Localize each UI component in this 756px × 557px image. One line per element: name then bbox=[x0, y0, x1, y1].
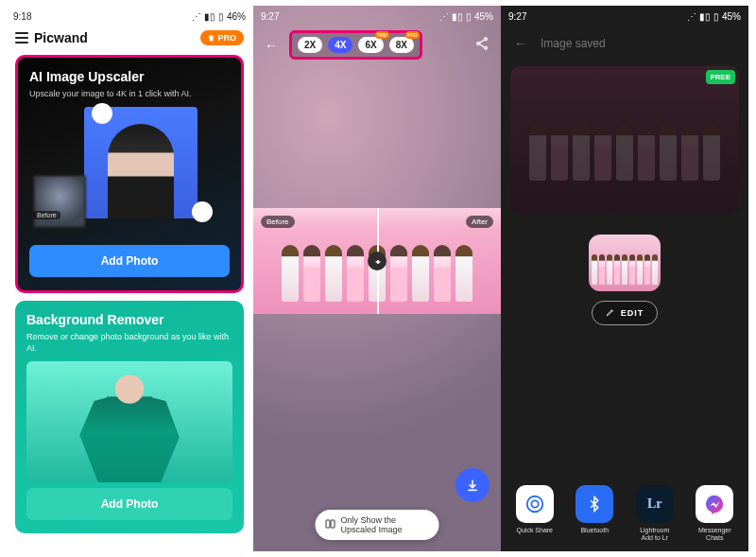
back-icon[interactable]: ← bbox=[261, 34, 282, 57]
page-title: Image saved bbox=[541, 37, 606, 50]
brand: Picwand bbox=[15, 30, 88, 45]
share-label: Quick Share bbox=[516, 527, 553, 534]
svg-rect-4 bbox=[331, 520, 335, 528]
pro-badge: PRO bbox=[375, 31, 389, 39]
battery-pct: 46% bbox=[227, 11, 246, 22]
compare-slider-handle[interactable]: ◂▸ bbox=[368, 252, 387, 270]
share-label: Messenger Chats bbox=[698, 527, 731, 542]
battery-icon: ▯ bbox=[713, 11, 719, 22]
svg-point-0 bbox=[485, 38, 488, 41]
saved-image bbox=[518, 99, 731, 181]
edit-button[interactable]: EDIT bbox=[592, 301, 659, 325]
edit-label: EDIT bbox=[621, 308, 644, 318]
slider-handle-icon[interactable] bbox=[92, 103, 112, 124]
screen-saved: 9:27 ⋰ ▮▯ ▯ 45% ← Image saved FREE EDIT bbox=[501, 6, 748, 551]
before-tag: Before bbox=[261, 216, 295, 228]
battery-icon: ▯ bbox=[466, 11, 472, 22]
bg-remover-preview bbox=[26, 361, 232, 482]
pro-label: PRO bbox=[217, 33, 236, 43]
editor-toolbar: ← 2X 4X 6XPRO 8XPRO bbox=[253, 26, 501, 63]
slider-handle-icon[interactable] bbox=[192, 201, 213, 222]
messenger-icon bbox=[696, 485, 733, 523]
share-grid: Quick Share Bluetooth Lr Lightroom Add t… bbox=[501, 485, 748, 542]
share-label: Bluetooth bbox=[580, 527, 609, 534]
zoom-8x[interactable]: 8XPRO bbox=[389, 37, 414, 53]
wifi-icon: ⋰ bbox=[687, 11, 696, 22]
zoom-6x[interactable]: 6XPRO bbox=[358, 37, 383, 53]
battery-icon: ▯ bbox=[218, 11, 224, 22]
saved-header: ← Image saved bbox=[501, 26, 748, 61]
status-bar: 9:27 ⋰ ▮▯ ▯ 45% bbox=[501, 6, 748, 26]
card-background-remover[interactable]: Background Remover Remove or change phot… bbox=[15, 301, 244, 533]
battery-pct: 45% bbox=[722, 11, 741, 22]
wifi-icon: ⋰ bbox=[192, 11, 201, 22]
edit-icon bbox=[606, 307, 615, 319]
signal-icon: ▮▯ bbox=[204, 11, 215, 22]
pro-badge: PRO bbox=[405, 31, 420, 39]
status-right: ⋰ ▮▯ ▯ 45% bbox=[687, 11, 741, 22]
status-bar: 9:18 ⋰ ▮▯ ▯ 46% bbox=[6, 6, 253, 26]
free-badge: FREE bbox=[706, 70, 735, 84]
add-photo-button[interactable]: Add Photo bbox=[29, 245, 230, 277]
battery-pct: 45% bbox=[474, 11, 493, 22]
svg-point-5 bbox=[527, 496, 543, 513]
compare-preview[interactable]: Before After ◂▸ bbox=[253, 208, 501, 314]
svg-point-2 bbox=[485, 46, 488, 49]
app-header: Picwand ♛ PRO bbox=[6, 26, 253, 51]
card-subtitle: Remove or change photo background as you… bbox=[26, 331, 232, 354]
add-photo-button[interactable]: Add Photo bbox=[26, 488, 232, 520]
share-icon[interactable] bbox=[471, 32, 493, 58]
share-lightroom[interactable]: Lr Lightroom Add to Lr bbox=[636, 485, 674, 542]
saved-thumbnail[interactable] bbox=[589, 235, 661, 291]
zoom-4x[interactable]: 4X bbox=[328, 37, 352, 53]
share-bluetooth[interactable]: Bluetooth bbox=[576, 485, 613, 542]
compare-icon bbox=[325, 518, 336, 531]
status-time: 9:27 bbox=[261, 11, 279, 22]
menu-icon[interactable] bbox=[15, 32, 28, 44]
zoom-selector: 2X 4X 6XPRO 8XPRO bbox=[289, 30, 422, 60]
saved-image-area[interactable]: FREE bbox=[510, 66, 739, 214]
status-time: 9:27 bbox=[508, 11, 526, 22]
status-time: 9:18 bbox=[13, 11, 31, 22]
card-ai-upscaler[interactable]: AI Image Upscaler Upscale your image to … bbox=[15, 55, 244, 293]
signal-icon: ▮▯ bbox=[699, 11, 711, 22]
after-tag: After bbox=[466, 216, 493, 228]
bluetooth-icon bbox=[576, 485, 613, 523]
share-messenger[interactable]: Messenger Chats bbox=[696, 485, 733, 542]
screen-editor: 9:27 ⋰ ▮▯ ▯ 45% ← 2X 4X 6XPRO 8XPRO Befo… bbox=[253, 6, 501, 551]
wifi-icon: ⋰ bbox=[439, 11, 449, 22]
arrows-icon: ◂▸ bbox=[375, 257, 379, 266]
pro-button[interactable]: ♛ PRO bbox=[200, 30, 244, 45]
svg-point-1 bbox=[477, 43, 480, 45]
status-right: ⋰ ▮▯ ▯ 46% bbox=[192, 11, 246, 22]
zoom-2x[interactable]: 2X bbox=[298, 37, 322, 53]
share-quick-share[interactable]: Quick Share bbox=[516, 485, 554, 542]
signal-icon: ▮▯ bbox=[452, 11, 463, 22]
status-bar: 9:27 ⋰ ▮▯ ▯ 45% bbox=[253, 6, 501, 26]
screen-home: 9:18 ⋰ ▮▯ ▯ 46% Picwand ♛ PRO AI Image U… bbox=[6, 6, 253, 551]
download-button[interactable] bbox=[455, 468, 490, 502]
svg-rect-3 bbox=[326, 520, 330, 528]
card-title: Background Remover bbox=[26, 312, 232, 327]
toggle-label: Only Show the Upscaled Image bbox=[341, 515, 430, 534]
upscaler-preview: Before bbox=[29, 107, 230, 239]
lightroom-icon: Lr bbox=[636, 485, 674, 523]
back-icon[interactable]: ← bbox=[510, 32, 531, 55]
crown-icon: ♛ bbox=[208, 34, 215, 43]
only-upscaled-toggle[interactable]: Only Show the Upscaled Image bbox=[316, 510, 439, 540]
download-icon bbox=[465, 478, 480, 493]
card-title: AI Image Upscaler bbox=[29, 69, 230, 84]
preview-before-image bbox=[33, 175, 86, 228]
share-label: Lightroom Add to Lr bbox=[640, 527, 669, 542]
brand-name: Picwand bbox=[34, 30, 88, 45]
before-tag: Before bbox=[33, 211, 60, 219]
status-right: ⋰ ▮▯ ▯ 45% bbox=[439, 11, 493, 22]
quick-share-icon bbox=[516, 485, 554, 523]
card-subtitle: Upscale your image to 4K in 1 click with… bbox=[29, 88, 230, 99]
